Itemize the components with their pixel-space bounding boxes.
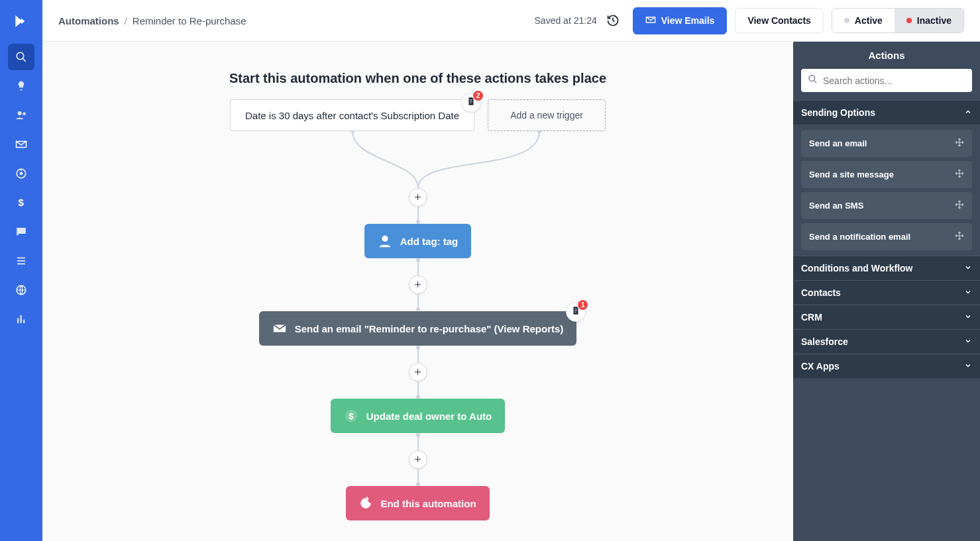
chevron-down-icon [964, 312, 972, 322]
email-notes-badge[interactable]: 1 [566, 302, 586, 322]
nav-reports[interactable] [8, 306, 34, 332]
person-icon [378, 234, 392, 248]
chevron-down-icon [964, 336, 972, 347]
actions-search-box[interactable] [801, 69, 972, 92]
nav-search[interactable] [8, 44, 34, 70]
view-contacts-label: View Contacts [747, 15, 810, 26]
node-send-email[interactable]: Send an email "Reminder to re-purchase" … [259, 311, 577, 346]
status-toggle: Active Inactive [832, 8, 964, 33]
svg-point-2 [18, 111, 22, 115]
section-conditions-header[interactable]: Conditions and Workflow [793, 256, 980, 280]
add-step-button-3[interactable]: + [409, 363, 427, 381]
trigger-connector [238, 131, 598, 188]
section-sending-label: Sending Options [801, 107, 875, 118]
drag-icon [955, 231, 964, 242]
breadcrumb: Automations / Reminder to Re-purchase [58, 15, 246, 26]
svg-point-3 [23, 113, 26, 116]
triggers-row: Date is 30 days after contact's Subscrip… [230, 99, 606, 131]
svg-point-5 [20, 172, 23, 175]
svg-point-8 [351, 131, 354, 133]
nav-automations[interactable] [8, 160, 34, 187]
section-sending-header[interactable]: Sending Options [793, 100, 980, 124]
section-crm-header[interactable]: CRM [793, 305, 980, 329]
saved-at-label: Saved at 21:24 [535, 15, 597, 26]
svg-text:$: $ [19, 197, 25, 208]
breadcrumb-separator: / [125, 15, 127, 26]
node-update-deal[interactable]: $ Update deal owner to Auto [331, 399, 505, 433]
dollar-icon: $ [344, 409, 358, 423]
action-send-email[interactable]: Send an email [801, 130, 972, 157]
section-salesforce: Salesforce [793, 329, 980, 354]
status-active-button[interactable]: Active [832, 9, 895, 32]
nav-insights[interactable] [8, 73, 34, 99]
action-send-email-label: Send an email [809, 138, 867, 148]
mail-icon [272, 321, 287, 336]
section-cxapps-header[interactable]: CX Apps [793, 354, 980, 378]
nav-lists[interactable] [8, 248, 34, 274]
status-inactive-button[interactable]: Inactive [895, 9, 963, 32]
trigger-notes-count: 2 [473, 91, 483, 101]
nav-website[interactable] [8, 277, 34, 303]
status-inactive-label: Inactive [917, 15, 952, 26]
view-emails-label: View Emails [661, 15, 715, 26]
svg-point-0 [17, 52, 24, 60]
actions-search-input[interactable] [823, 75, 965, 86]
section-salesforce-header[interactable]: Salesforce [793, 329, 980, 354]
add-step-button-4[interactable]: + [409, 450, 427, 469]
status-dot-inactive-indicator [844, 18, 849, 23]
drag-icon [955, 200, 964, 211]
action-send-sms[interactable]: Send an SMS [801, 192, 972, 219]
app-logo[interactable] [0, 0, 42, 42]
history-icon[interactable] [605, 13, 621, 28]
nav-contacts[interactable] [8, 102, 34, 128]
add-trigger-button[interactable]: Add a new trigger [488, 99, 606, 131]
trigger-notes-badge[interactable]: 2 [461, 93, 481, 113]
node-add-tag-label: Add tag: tag [400, 236, 459, 247]
section-crm-label: CRM [801, 312, 822, 322]
trigger-card[interactable]: Date is 30 days after contact's Subscrip… [230, 99, 474, 131]
nav-conversations[interactable] [8, 219, 34, 245]
action-send-site-message[interactable]: Send a site message [801, 161, 972, 188]
automation-canvas: Start this automation when one of these … [42, 42, 793, 541]
section-sending-options: Sending Options Send an email Send a sit… [793, 100, 980, 256]
drag-icon [955, 138, 964, 149]
section-cxapps: CX Apps [793, 354, 980, 378]
section-conditions-label: Conditions and Workflow [801, 263, 913, 273]
svg-text:$: $ [349, 411, 353, 421]
section-conditions: Conditions and Workflow [793, 256, 980, 280]
section-contacts-header[interactable]: Contacts [793, 280, 980, 305]
breadcrumb-root-link[interactable]: Automations [58, 15, 119, 26]
action-send-notification[interactable]: Send a notification email [801, 223, 972, 250]
drag-icon [955, 169, 964, 180]
action-send-notification-label: Send a notification email [809, 232, 910, 242]
view-contacts-button[interactable]: View Contacts [735, 8, 823, 33]
svg-point-13 [809, 75, 815, 81]
left-sidebar: $ [0, 0, 42, 541]
chevron-down-icon [964, 263, 972, 273]
top-header: Automations / Reminder to Re-purchase Sa… [42, 0, 980, 42]
section-salesforce-label: Salesforce [801, 336, 848, 347]
action-send-sms-label: Send an SMS [809, 201, 863, 211]
chevron-down-icon [964, 287, 972, 298]
email-notes-count: 1 [578, 300, 588, 310]
node-end-automation[interactable]: End this automation [346, 486, 489, 520]
mail-icon [645, 15, 656, 27]
action-send-site-message-label: Send a site message [809, 170, 894, 179]
node-send-email-label: Send an email "Reminder to re-purchase" … [295, 323, 564, 334]
nav-campaigns[interactable] [8, 131, 34, 158]
node-add-tag[interactable]: Add tag: tag [364, 224, 472, 258]
search-icon [808, 74, 818, 87]
actions-panel: Actions Sending Options [793, 42, 980, 541]
status-dot-active-indicator [906, 18, 912, 23]
add-step-button-1[interactable]: + [409, 188, 427, 207]
section-contacts-label: Contacts [801, 287, 841, 298]
nav-deals[interactable]: $ [8, 189, 34, 216]
section-contacts: Contacts [793, 280, 980, 305]
section-crm: CRM [793, 305, 980, 329]
chevron-down-icon [964, 361, 972, 371]
view-emails-button[interactable]: View Emails [633, 7, 728, 34]
add-step-button-2[interactable]: + [409, 275, 427, 294]
svg-line-14 [814, 80, 816, 83]
svg-point-9 [537, 131, 541, 133]
status-active-label: Active [855, 15, 883, 26]
